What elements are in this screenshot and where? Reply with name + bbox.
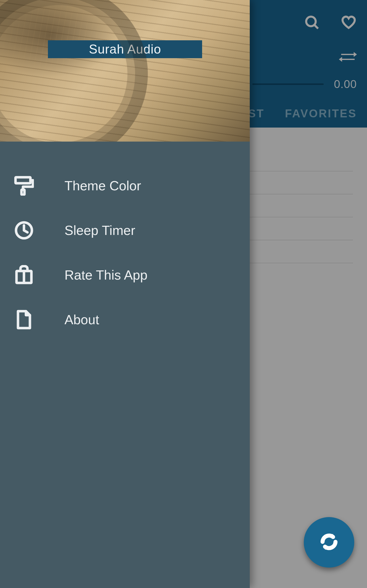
clock-icon [14, 220, 34, 240]
menu-item-sleep-timer[interactable]: Sleep Timer [0, 208, 250, 253]
svg-line-10 [24, 230, 28, 232]
svg-rect-6 [16, 177, 31, 183]
menu-item-label: About [64, 312, 99, 327]
menu-item-about[interactable]: About [0, 297, 250, 342]
drawer-header: Surah Audio [0, 0, 250, 142]
paint-roller-icon [14, 176, 34, 196]
navigation-drawer: Surah Audio Theme Color Sleep Timer [0, 0, 250, 588]
svg-rect-7 [21, 190, 24, 195]
refresh-icon [319, 532, 339, 553]
shopping-bag-icon [14, 265, 34, 285]
document-icon [14, 310, 34, 330]
menu-item-rate-app[interactable]: Rate This App [0, 253, 250, 297]
menu-item-label: Sleep Timer [64, 223, 135, 238]
menu-item-theme-color[interactable]: Theme Color [0, 163, 250, 208]
app-title: Surah Audio [48, 40, 202, 58]
menu-item-label: Rate This App [64, 267, 148, 283]
refresh-fab[interactable] [304, 517, 354, 568]
drawer-menu: Theme Color Sleep Timer Rate This Ap [0, 142, 250, 342]
menu-item-label: Theme Color [64, 178, 141, 193]
